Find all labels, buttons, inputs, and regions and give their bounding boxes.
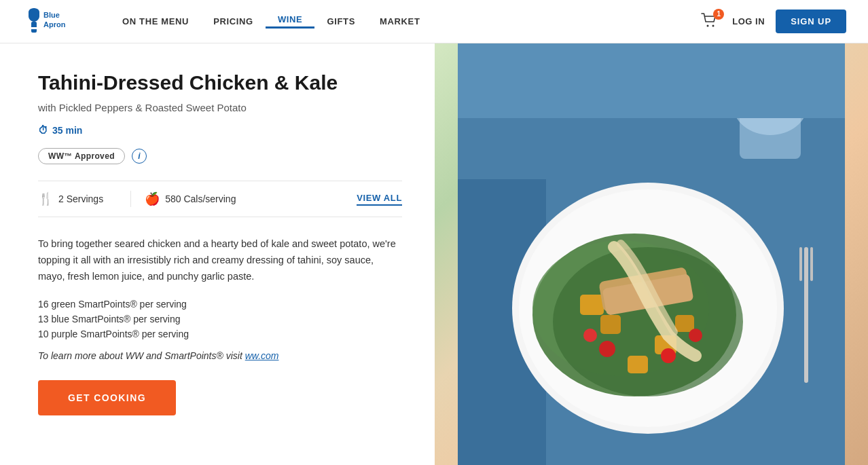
nav-on-the-menu[interactable]: ON THE MENU <box>110 16 201 26</box>
logo-link[interactable]: Blue Apron <box>22 7 83 37</box>
cals-item: 🍎 580 Cals/serving <box>145 191 249 206</box>
svg-rect-2 <box>30 27 38 29</box>
smartpoints-list: 16 green SmartPoints® per serving 13 blu… <box>38 299 402 339</box>
nav-wine[interactable]: WINE <box>266 14 315 29</box>
navbar: Blue Apron ON THE MENU PRICING WINE GIFT… <box>0 0 868 43</box>
cals-label: 580 Cals/serving <box>165 193 236 204</box>
svg-rect-29 <box>810 247 813 281</box>
servings-label: 2 Servings <box>58 193 103 204</box>
svg-rect-18 <box>628 356 648 373</box>
svg-text:Apron: Apron <box>43 20 66 29</box>
login-button[interactable]: LOG IN <box>732 16 765 26</box>
meta-row: 🍴 2 Servings 🍎 580 Cals/serving VIEW ALL <box>38 181 402 217</box>
main-content: Tahini-Dressed Chicken & Kale with Pickl… <box>0 43 868 465</box>
ww-learn-text: To learn more about WW and SmartPoints® … <box>38 350 402 361</box>
cart-button[interactable]: 1 <box>701 13 719 31</box>
meta-divider <box>130 191 131 207</box>
recipe-title: Tahini-Dressed Chicken & Kale <box>38 71 402 95</box>
smartpoints-blue: 13 blue SmartPoints® per serving <box>38 314 402 324</box>
time-value: 35 min <box>52 125 82 136</box>
svg-rect-28 <box>799 247 802 281</box>
recipe-subtitle: with Pickled Peppers & Roasted Sweet Pot… <box>38 102 402 113</box>
svg-point-22 <box>583 329 597 342</box>
nav-right: 1 LOG IN SIGN UP <box>701 10 846 33</box>
svg-point-20 <box>661 348 676 363</box>
recipe-image-svg <box>435 43 868 465</box>
nav-gifts[interactable]: GIFTS <box>314 16 367 26</box>
recipe-detail-panel: Tahini-Dressed Chicken & Kale with Pickl… <box>0 43 435 465</box>
cart-count-badge: 1 <box>713 9 724 20</box>
ww-approved-badge: WW™ Approved <box>38 148 125 164</box>
info-badge-button[interactable]: i <box>132 149 147 164</box>
svg-point-6 <box>712 24 715 26</box>
svg-point-19 <box>599 341 615 357</box>
svg-point-5 <box>707 24 709 26</box>
svg-point-13 <box>553 247 743 396</box>
smartpoints-green: 16 green SmartPoints® per serving <box>38 299 402 310</box>
nav-pricing[interactable]: PRICING <box>201 16 266 26</box>
badge-row: WW™ Approved i <box>38 148 402 164</box>
svg-rect-14 <box>580 295 604 315</box>
utensil-icon: 🍴 <box>38 191 53 206</box>
logo-icon: Blue Apron <box>22 7 83 37</box>
svg-rect-30 <box>458 43 845 118</box>
apple-icon: 🍎 <box>145 191 160 206</box>
nav-market[interactable]: MARKET <box>367 16 433 26</box>
recipe-time: ⏱ 35 min <box>38 124 402 136</box>
svg-rect-15 <box>600 315 621 334</box>
signup-button[interactable]: SIGN UP <box>776 10 846 33</box>
recipe-description: To bring together seared chicken and a h… <box>38 236 402 285</box>
svg-rect-27 <box>804 247 808 383</box>
svg-rect-17 <box>675 315 694 332</box>
svg-text:Blue: Blue <box>43 11 60 19</box>
nav-links: ON THE MENU PRICING WINE GIFTS MARKET <box>110 14 701 29</box>
recipe-image-panel <box>435 43 868 465</box>
smartpoints-purple: 10 purple SmartPoints® per serving <box>38 329 402 339</box>
view-all-link[interactable]: VIEW ALL <box>357 193 402 206</box>
recipe-image <box>435 43 868 465</box>
get-cooking-button[interactable]: GET COOKING <box>38 380 176 415</box>
servings-item: 🍴 2 Servings <box>38 191 117 206</box>
svg-point-21 <box>689 329 702 342</box>
clock-icon: ⏱ <box>38 124 48 136</box>
ww-link[interactable]: ww.com <box>245 350 279 361</box>
